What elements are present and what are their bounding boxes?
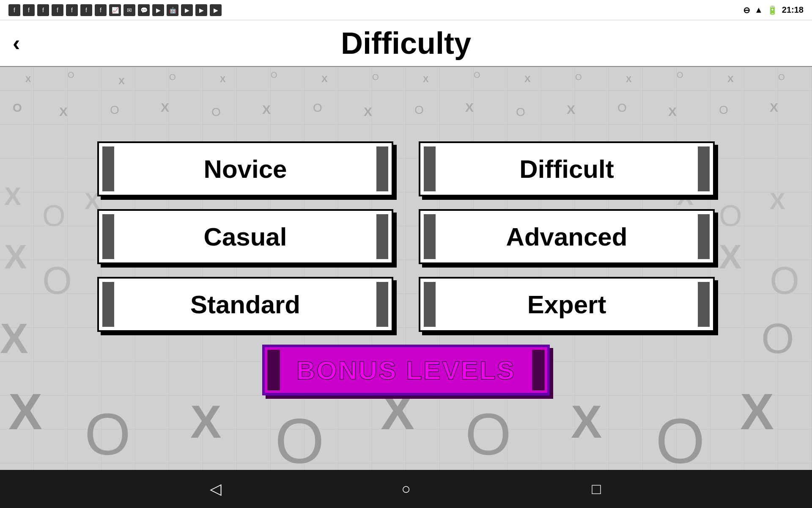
app-icon-android: 🤖 xyxy=(167,4,178,16)
recent-nav-icon[interactable]: □ xyxy=(586,478,607,500)
app-icon-yt3: ▶ xyxy=(210,4,222,16)
title-bar: ‹ Difficulty xyxy=(0,20,812,67)
difficult-button[interactable]: Difficult xyxy=(419,141,715,196)
main-content: X O X O X O X O X O X O X O X O O X O X … xyxy=(0,67,812,470)
expert-label: Expert xyxy=(527,290,606,319)
app-icon-2: f xyxy=(23,4,35,16)
app-icon-1: f xyxy=(8,4,20,16)
casual-label: Casual xyxy=(204,222,287,251)
bonus-label: BONUS LEVELS xyxy=(296,355,516,385)
app-icon-4: f xyxy=(52,4,63,16)
novice-label: Novice xyxy=(204,155,287,184)
dnd-icon: ⊖ xyxy=(743,5,750,15)
status-bar: f f f f f f f 📈 ✉ 💬 ▶ 🤖 ▶ ▶ ▶ ⊖ ▲ 🔋 21:1… xyxy=(0,0,812,20)
advanced-label: Advanced xyxy=(506,222,628,251)
status-bar-left: f f f f f f f 📈 ✉ 💬 ▶ 🤖 ▶ ▶ ▶ xyxy=(8,4,222,16)
app-icon-msg: 💬 xyxy=(138,4,150,16)
expert-button[interactable]: Expert xyxy=(419,277,715,332)
button-row-1: Novice Difficult xyxy=(34,141,778,196)
buttons-container: Novice Difficult Casual Advanced Standar… xyxy=(0,67,812,470)
app-icon-7: f xyxy=(95,4,107,16)
bonus-row: BONUS LEVELS xyxy=(34,345,778,395)
nav-bar: ◁ ○ □ xyxy=(0,470,812,508)
bonus-levels-button[interactable]: BONUS LEVELS xyxy=(262,345,550,395)
app-icon-chart: 📈 xyxy=(109,4,121,16)
app-icon-play: ▶ xyxy=(152,4,164,16)
page-title: Difficulty xyxy=(341,26,471,61)
advanced-button[interactable]: Advanced xyxy=(419,209,715,264)
novice-button[interactable]: Novice xyxy=(97,141,393,196)
casual-button[interactable]: Casual xyxy=(97,209,393,264)
wifi-icon: ▲ xyxy=(754,5,763,15)
clock: 21:18 xyxy=(782,5,804,15)
home-nav-icon[interactable]: ○ xyxy=(395,478,417,500)
battery-icon: 🔋 xyxy=(767,5,778,15)
app-icon-yt2: ▶ xyxy=(195,4,207,16)
button-row-3: Standard Expert xyxy=(34,277,778,332)
app-icon-6: f xyxy=(80,4,92,16)
app-icon-yt1: ▶ xyxy=(181,4,193,16)
app-icon-3: f xyxy=(37,4,49,16)
back-button[interactable]: ‹ xyxy=(13,32,20,54)
standard-label: Standard xyxy=(190,290,300,319)
status-bar-right: ⊖ ▲ 🔋 21:18 xyxy=(743,5,804,15)
standard-button[interactable]: Standard xyxy=(97,277,393,332)
button-row-2: Casual Advanced xyxy=(34,209,778,264)
app-icon-mail: ✉ xyxy=(123,4,135,16)
back-nav-icon[interactable]: ◁ xyxy=(205,478,226,500)
difficult-label: Difficult xyxy=(519,155,614,184)
app-icon-5: f xyxy=(66,4,78,16)
